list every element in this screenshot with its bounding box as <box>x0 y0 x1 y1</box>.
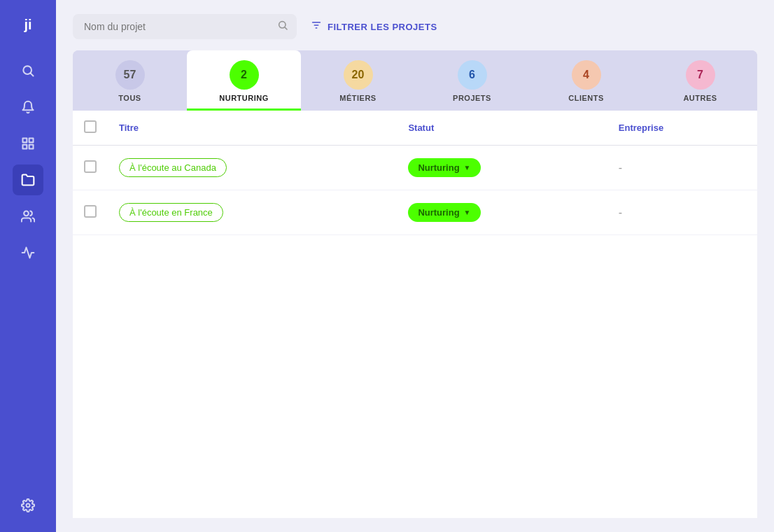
grid-icon[interactable] <box>13 128 43 159</box>
top-bar: FILTRER LES PROJETS <box>73 14 757 39</box>
tab-count-nurturing: 2 <box>230 60 259 90</box>
table-container: Titre Statut Entreprise À l'écoute au Ca… <box>73 111 757 518</box>
tab-count-metiers: 20 <box>344 60 373 90</box>
title-tag[interactable]: À l'écoute en France <box>119 203 223 222</box>
row-company: - <box>607 190 757 235</box>
title-header: Titre <box>108 111 397 146</box>
row-status: Nurturing ▼ <box>397 146 607 190</box>
row-checkbox-cell <box>73 190 108 235</box>
row-checkbox-cell <box>73 146 108 190</box>
projects-icon[interactable] <box>13 164 43 195</box>
row-checkbox[interactable] <box>84 205 97 218</box>
svg-line-9 <box>285 27 287 29</box>
row-title: À l'écoute en France <box>108 190 397 235</box>
logo: ji <box>18 11 37 38</box>
tab-label-autres: AUTRES <box>683 94 717 102</box>
svg-rect-4 <box>23 145 27 149</box>
tab-label-projets: PROJETS <box>453 94 491 102</box>
tab-label-clients: CLIENTS <box>568 94 604 102</box>
table-row: À l'écoute au Canada Nurturing ▼ - <box>73 146 757 190</box>
status-badge[interactable]: Nurturing ▼ <box>408 158 480 177</box>
filter-label: FILTRER LES PROJETS <box>328 22 437 32</box>
tab-label-metiers: MÉTIERS <box>339 94 376 102</box>
svg-line-1 <box>31 74 34 76</box>
svg-point-7 <box>27 504 30 507</box>
select-all-header <box>73 111 108 146</box>
select-all-checkbox[interactable] <box>84 120 97 133</box>
main-content: FILTRER LES PROJETS 57 TOUS 2 NURTURING … <box>56 0 774 532</box>
row-checkbox[interactable] <box>84 160 97 173</box>
svg-rect-5 <box>29 145 34 149</box>
tabs-container: 57 TOUS 2 NURTURING 20 MÉTIERS 6 PROJETS… <box>73 50 757 111</box>
tab-autres[interactable]: 7 AUTRES <box>643 50 757 111</box>
search-box <box>73 14 297 39</box>
svg-rect-2 <box>23 139 27 143</box>
row-status: Nurturing ▼ <box>397 190 607 235</box>
tab-count-autres: 7 <box>686 60 715 90</box>
table-row: À l'écoute en France Nurturing ▼ - <box>73 190 757 235</box>
company-header: Entreprise <box>607 111 757 146</box>
title-tag[interactable]: À l'écoute au Canada <box>119 158 227 177</box>
bell-icon[interactable] <box>13 92 43 122</box>
tab-underline-nurturing <box>187 108 301 111</box>
projects-table: Titre Statut Entreprise À l'écoute au Ca… <box>73 111 757 235</box>
tab-nurturing[interactable]: 2 NURTURING <box>187 50 301 111</box>
svg-point-6 <box>24 211 29 216</box>
status-badge[interactable]: Nurturing ▼ <box>408 203 480 222</box>
status-header: Statut <box>397 111 607 146</box>
svg-rect-3 <box>29 139 34 143</box>
search-icon <box>277 20 288 34</box>
filter-icon <box>311 20 322 34</box>
tab-projets[interactable]: 6 PROJETS <box>415 50 529 111</box>
settings-icon[interactable] <box>13 490 43 521</box>
chevron-down-icon: ▼ <box>464 209 471 216</box>
filter-button[interactable]: FILTRER LES PROJETS <box>311 20 437 34</box>
tab-metiers[interactable]: 20 MÉTIERS <box>301 50 415 111</box>
search-icon[interactable] <box>13 55 43 86</box>
tab-label-tous: TOUS <box>118 94 141 102</box>
tab-label-nurturing: NURTURING <box>219 94 269 102</box>
table-header-row: Titre Statut Entreprise <box>73 111 757 146</box>
people-icon[interactable] <box>13 201 43 232</box>
chevron-down-icon: ▼ <box>464 164 471 172</box>
tab-count-clients: 4 <box>572 60 601 90</box>
tab-tous[interactable]: 57 TOUS <box>73 50 187 111</box>
search-input[interactable] <box>73 14 297 39</box>
row-title: À l'écoute au Canada <box>108 146 397 190</box>
tab-clients[interactable]: 4 CLIENTS <box>529 50 643 111</box>
tab-count-projets: 6 <box>458 60 487 90</box>
sidebar: ji <box>0 0 56 532</box>
row-company: - <box>607 146 757 190</box>
tab-count-tous: 57 <box>115 60 145 90</box>
chart-icon[interactable] <box>13 237 43 268</box>
